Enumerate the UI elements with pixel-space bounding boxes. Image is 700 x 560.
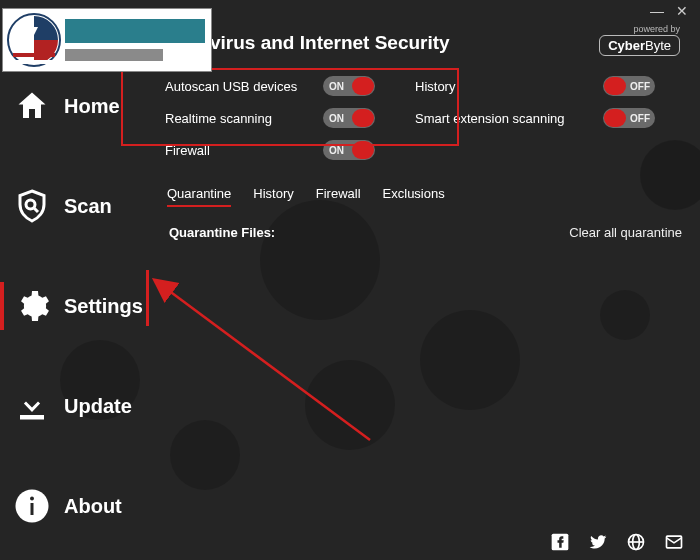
tab-history[interactable]: History bbox=[253, 186, 293, 207]
close-button[interactable]: ✕ bbox=[676, 4, 688, 18]
toggle-switch[interactable]: OFF bbox=[603, 76, 655, 96]
sidebar-item-label: Update bbox=[64, 395, 132, 418]
toggle-label: Firewall bbox=[165, 143, 305, 158]
toggle-label: Realtime scanning bbox=[165, 111, 305, 126]
svg-rect-2 bbox=[13, 60, 55, 64]
svg-line-5 bbox=[34, 208, 38, 212]
sidebar-item-about[interactable]: About bbox=[0, 478, 160, 534]
clear-quarantine-button[interactable]: Clear all quarantine bbox=[567, 221, 684, 244]
toggle-history: History OFF bbox=[415, 76, 655, 96]
toggle-grid: Autoscan USB devices ON Realtime scannin… bbox=[165, 76, 688, 160]
sidebar-item-label: Home bbox=[64, 95, 120, 118]
home-icon bbox=[14, 88, 50, 124]
tab-exclusions[interactable]: Exclusions bbox=[383, 186, 445, 207]
toggle-switch[interactable]: ON bbox=[323, 140, 375, 160]
shield-icon bbox=[7, 13, 61, 67]
svg-point-4 bbox=[26, 200, 35, 209]
svg-point-8 bbox=[30, 497, 34, 501]
toggle-switch[interactable]: ON bbox=[323, 108, 375, 128]
content: Autoscan USB devices ON Realtime scannin… bbox=[165, 76, 688, 528]
sidebar-item-settings[interactable]: Settings bbox=[0, 278, 160, 334]
twitter-icon[interactable] bbox=[588, 532, 608, 552]
globe-icon[interactable] bbox=[626, 532, 646, 552]
sidebar-item-home[interactable]: Home bbox=[0, 78, 160, 134]
toggle-autoscan-usb: Autoscan USB devices ON bbox=[165, 76, 375, 96]
mail-icon[interactable] bbox=[664, 532, 684, 552]
sidebar-item-label: Scan bbox=[64, 195, 112, 218]
download-icon bbox=[14, 388, 50, 424]
toggle-switch[interactable]: OFF bbox=[603, 108, 655, 128]
toggle-realtime-scanning: Realtime scanning ON bbox=[165, 108, 375, 128]
toggle-firewall: Firewall ON bbox=[165, 140, 375, 160]
page-title: virus and Internet Security bbox=[210, 32, 450, 54]
shield-search-icon bbox=[14, 188, 50, 224]
sidebar-item-label: About bbox=[64, 495, 122, 518]
powered-by: powered by CyberByte bbox=[599, 24, 680, 56]
quarantine-panel: Quarantine Files: Clear all quarantine bbox=[165, 221, 688, 244]
svg-rect-1 bbox=[13, 53, 55, 57]
sidebar: Home Scan Settings Update About bbox=[0, 78, 160, 530]
sidebar-item-label: Settings bbox=[64, 295, 143, 318]
info-icon bbox=[14, 488, 50, 524]
tab-quarantine[interactable]: Quarantine bbox=[167, 186, 231, 207]
facebook-icon[interactable] bbox=[550, 532, 570, 552]
powered-label: powered by bbox=[599, 24, 680, 34]
brand-badge: CyberByte bbox=[599, 35, 680, 56]
toggle-label: Autoscan USB devices bbox=[165, 79, 305, 94]
toggle-label: Smart extension scanning bbox=[415, 111, 585, 126]
footer-social bbox=[550, 532, 684, 552]
gear-icon bbox=[14, 288, 50, 324]
watermark-logo bbox=[2, 8, 212, 72]
settings-tabs: Quarantine History Firewall Exclusions bbox=[167, 186, 688, 207]
toggle-switch[interactable]: ON bbox=[323, 76, 375, 96]
quarantine-heading: Quarantine Files: bbox=[169, 225, 275, 240]
sidebar-item-update[interactable]: Update bbox=[0, 378, 160, 434]
toggle-smart-extension: Smart extension scanning OFF bbox=[415, 108, 655, 128]
tab-firewall[interactable]: Firewall bbox=[316, 186, 361, 207]
sidebar-item-scan[interactable]: Scan bbox=[0, 178, 160, 234]
toggle-label: History bbox=[415, 79, 585, 94]
minimize-button[interactable]: — bbox=[650, 4, 664, 18]
svg-rect-7 bbox=[31, 503, 34, 515]
